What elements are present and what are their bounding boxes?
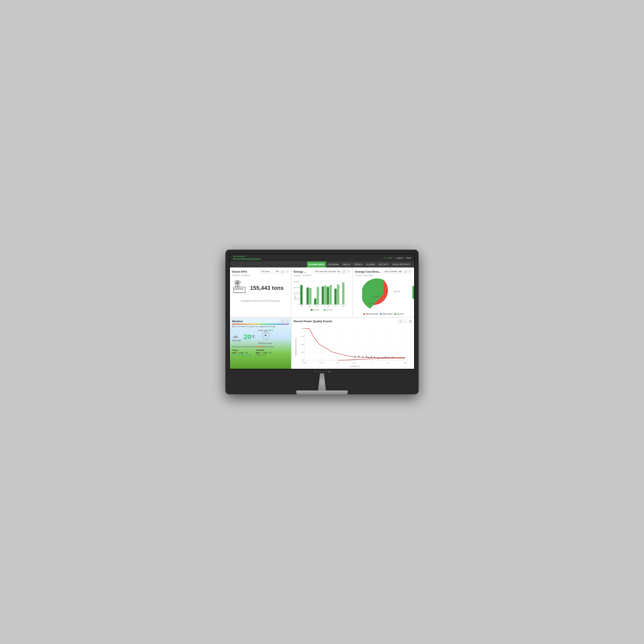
screen: Eco•truxure® Power Monitoring Expert ⊙ u… [229, 254, 415, 369]
cost-controls: Last 12 Months This Year ⬜ ≡ [382, 270, 412, 273]
green-kpi-select[interactable]: This Year Last Year Last 12 Months [259, 270, 279, 273]
cost-menu[interactable]: ≡ [409, 270, 412, 273]
energy-menu[interactable]: ≡ [347, 270, 350, 273]
pq-export-icon[interactable]: 📋 [409, 320, 412, 323]
energy-card: Energy ... This Year over Last Year This… [292, 267, 353, 317]
kpi-content: 155,443 tons [232, 278, 289, 298]
yest-precip-text: Precip. 0 mm [256, 354, 266, 356]
svg-point-2 [238, 281, 240, 283]
yesterday-col: Yesterday High 37 | Low 16°C Precip. 0 m… [256, 349, 271, 356]
svg-point-86 [385, 357, 386, 358]
svg-point-80 [366, 356, 367, 357]
cost-title: Energy Cost Brea... [355, 270, 381, 273]
yest-low-val: 16 [267, 352, 269, 354]
power-quality-card: Recent Power Quality Events ⬜ ≡ 📋 Magnit… [292, 317, 414, 369]
help-link[interactable]: Help [406, 257, 411, 259]
energy-select[interactable]: This Year over Last Year This Year Last … [313, 270, 340, 273]
cost-date: 7/1/2017 - 6/13/2018 [355, 274, 412, 276]
compass-circle: N ➤ [262, 332, 270, 339]
pq-menu[interactable]: ≡ [404, 320, 407, 323]
nav-alarms[interactable]: ALARMS [365, 261, 377, 267]
svg-text:Oct: Oct [334, 305, 337, 307]
svg-rect-32 [329, 285, 332, 305]
bezel-dot-1 [314, 371, 315, 372]
sep1: | [394, 257, 395, 259]
nav-diagrams[interactable]: DIAGRAMS [326, 261, 341, 267]
nav-trends[interactable]: TRENDS [352, 261, 364, 267]
pq-chart: Magnitude (% Nominal) 500 400 300 200 10… [294, 324, 412, 367]
yest-unit: °C [269, 352, 272, 354]
svg-text:0.1: 0.1 [354, 362, 356, 364]
svg-rect-24 [300, 285, 303, 305]
feels-val: 20 [269, 329, 271, 332]
svg-point-85 [382, 357, 383, 358]
svg-text:Jul: Jul [323, 305, 325, 307]
feels-unit: °C [271, 329, 273, 332]
forecast-suffix: than today. [264, 346, 274, 348]
svg-rect-33 [334, 289, 337, 305]
nav-tables[interactable]: TABLES [341, 261, 352, 267]
logout-link[interactable]: Logout [396, 257, 403, 259]
cost-expand[interactable]: ⬜ [403, 270, 408, 273]
svg-point-81 [368, 357, 369, 358]
svg-text:100: 100 [301, 359, 304, 361]
today-precip-text: 30% Chance of Precip. [234, 354, 252, 356]
svg-rect-31 [327, 287, 329, 305]
svg-rect-28 [317, 287, 319, 305]
weather-expand[interactable]: ⬜ [280, 320, 285, 323]
brand-accent: Expert [254, 258, 261, 260]
user-icon: ⊙ [384, 256, 386, 259]
pq-title: Recent Power Quality Events [294, 320, 332, 323]
svg-point-78 [358, 356, 359, 357]
svg-rect-43 [311, 309, 313, 311]
user-name: user [388, 257, 393, 259]
weather-header: Weather ⬜ ≡ [232, 320, 289, 323]
pie-legend: Electricity (kWh) Water (Litres) Gas (m³… [355, 313, 412, 315]
dashboard-grid: Green KPIs This Year Last Year Last 12 M… [230, 267, 414, 369]
today-temp: High 38 | Low 15°C [232, 352, 252, 354]
yest-high-label: High [256, 352, 259, 354]
cost-select[interactable]: Last 12 Months This Year [382, 270, 402, 273]
today-tomorrow: Today High 38 | Low 15°C ● 30% Chance of… [232, 349, 289, 356]
legend-water: Water (Litres) [380, 313, 393, 315]
today-label: Today [232, 349, 252, 351]
svg-text:0: 0 [298, 304, 299, 305]
legend-dot-gas [394, 313, 396, 315]
green-kpi-controls: This Year Last Year Last 12 Months ⬜ ≡ [259, 270, 289, 273]
topbar: Eco•truxure® Power Monitoring Expert ⊙ u… [230, 254, 414, 261]
yesterday-label: Yesterday [256, 349, 271, 351]
yesterday-temp: High 37 | Low 16°C [256, 352, 271, 354]
energy-header: Energy ... This Year over Last Year This… [294, 270, 351, 273]
pq-header: Recent Power Quality Events ⬜ ≡ 📋 [294, 320, 412, 323]
weather-rainbow-bar [232, 324, 289, 325]
svg-rect-30 [324, 286, 327, 304]
pq-controls: ⬜ ≡ 📋 [398, 320, 412, 323]
svg-rect-35 [342, 282, 345, 304]
today-high-label: High [232, 352, 236, 354]
brand: Eco•truxure® Power Monitoring Expert [233, 255, 261, 260]
svg-point-83 [374, 357, 375, 358]
green-kpi-expand[interactable]: ⬜ [280, 270, 285, 273]
nav-saved-reports[interactable]: SAVED REPORTS [390, 261, 412, 267]
nav-reports[interactable]: REPORTS [377, 261, 390, 267]
svg-rect-4 [238, 283, 239, 287]
kpi-value: 155,443 tons [250, 285, 284, 291]
monitor-bezel-bottom: ⏻ [229, 369, 415, 373]
today-low-val: 15 [244, 352, 246, 354]
svg-text:Mar: Mar [308, 305, 311, 307]
svg-point-87 [388, 357, 389, 359]
svg-text:54.5 %: 54.5 % [394, 290, 400, 293]
weather-menu[interactable]: ≡ [286, 320, 289, 323]
green-kpi-menu[interactable]: ≡ [286, 270, 289, 273]
kpi-label: Equivalent metric tons of CO2 Emissions [232, 300, 289, 302]
svg-text:500: 500 [301, 328, 304, 330]
energy-expand[interactable]: ⬜ [341, 270, 346, 273]
power-icon[interactable]: ⏻ [328, 370, 330, 373]
bezel-dot-5 [325, 371, 326, 372]
pq-expand[interactable]: ⬜ [398, 320, 403, 323]
stand-base [296, 390, 348, 394]
nav-dashboards[interactable]: DASHBOARDS [307, 261, 326, 267]
stand-neck [316, 373, 328, 390]
green-kpi-title: Green KPIs [232, 270, 247, 273]
svg-point-88 [392, 357, 393, 358]
